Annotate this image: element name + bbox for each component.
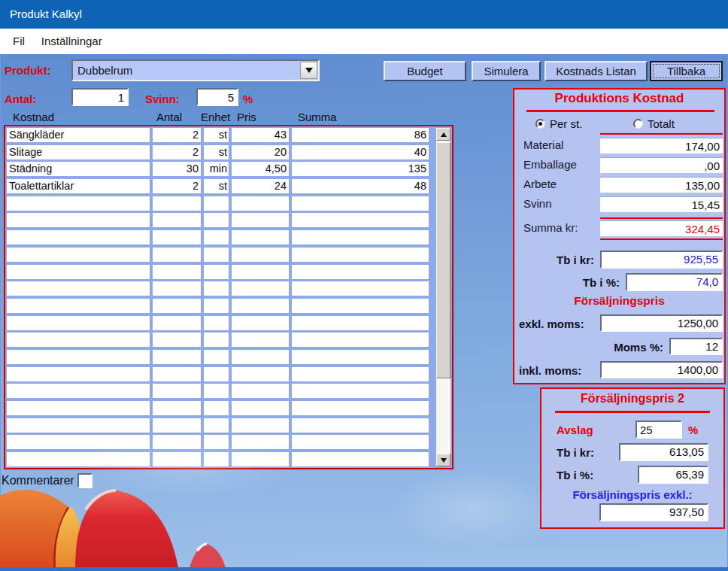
- tillbaka-button[interactable]: Tillbaka: [650, 61, 723, 81]
- table-cell[interactable]: [7, 333, 150, 347]
- table-cell[interactable]: [292, 350, 429, 364]
- table-cell[interactable]: [204, 435, 229, 449]
- table-cell[interactable]: [292, 401, 429, 415]
- table-cell[interactable]: [204, 384, 229, 398]
- table-cell[interactable]: [232, 248, 289, 262]
- table-cell[interactable]: [292, 384, 429, 398]
- table-cell[interactable]: [204, 281, 229, 296]
- scrollbar-thumb[interactable]: [436, 142, 450, 378]
- table-cell[interactable]: [153, 418, 201, 433]
- table-cell[interactable]: [7, 265, 150, 279]
- table-cell[interactable]: [204, 350, 229, 364]
- table-cell[interactable]: [7, 230, 150, 244]
- table-cell[interactable]: [292, 230, 429, 244]
- table-row-empty[interactable]: [7, 435, 435, 449]
- simulera-button[interactable]: Simulera: [472, 61, 541, 81]
- table-cell[interactable]: [232, 418, 289, 433]
- table-row-empty[interactable]: [7, 265, 435, 279]
- table-cell[interactable]: [153, 265, 201, 279]
- table-cell[interactable]: Städning: [7, 162, 150, 176]
- table-cell[interactable]: [232, 401, 289, 415]
- table-cell[interactable]: [204, 230, 229, 244]
- table-cell[interactable]: 4,50: [232, 162, 289, 176]
- table-cell[interactable]: 2: [153, 179, 201, 193]
- table-cell[interactable]: 2: [153, 128, 201, 142]
- table-cell[interactable]: [292, 196, 429, 211]
- table-row-empty[interactable]: [7, 350, 435, 364]
- table-row-empty[interactable]: [7, 248, 435, 262]
- table-row[interactable]: Städning30min4,50135: [7, 162, 435, 176]
- table-cell[interactable]: [292, 333, 429, 347]
- table-cell[interactable]: [232, 350, 289, 364]
- table-cell[interactable]: [153, 367, 201, 381]
- table-cell[interactable]: [232, 299, 289, 313]
- table-cell[interactable]: [7, 401, 150, 415]
- table-cell[interactable]: [204, 316, 229, 330]
- table-cell[interactable]: st: [204, 145, 229, 159]
- table-cell[interactable]: [7, 452, 150, 466]
- table-cell[interactable]: [232, 333, 289, 347]
- antal-input[interactable]: [71, 88, 129, 106]
- table-cell[interactable]: 48: [292, 179, 429, 193]
- excl-moms-field[interactable]: 1250,00: [600, 314, 723, 332]
- table-row[interactable]: Slitage2st2040: [7, 145, 435, 159]
- table-cell[interactable]: [292, 213, 429, 227]
- table-cell[interactable]: [204, 367, 229, 381]
- table-cell[interactable]: [292, 281, 429, 296]
- table-cell[interactable]: [153, 350, 201, 364]
- budget-button[interactable]: Budget: [384, 61, 466, 81]
- table-cell[interactable]: [204, 401, 229, 415]
- table-row[interactable]: Toalettartiklar2st2448: [7, 179, 435, 193]
- table-row-empty[interactable]: [7, 230, 435, 244]
- table-cell[interactable]: [7, 299, 150, 313]
- table-cell[interactable]: [292, 299, 429, 313]
- table-cell[interactable]: 40: [292, 145, 429, 159]
- table-cell[interactable]: 43: [232, 128, 289, 142]
- table-cell[interactable]: Sängkläder: [7, 128, 150, 142]
- table-cell[interactable]: [292, 248, 429, 262]
- table-cell[interactable]: [7, 367, 150, 381]
- table-row-empty[interactable]: [7, 213, 435, 227]
- table-cell[interactable]: 24: [232, 179, 289, 193]
- table-cell[interactable]: [204, 196, 229, 211]
- scroll-down-button[interactable]: [436, 454, 450, 466]
- table-cell[interactable]: [204, 418, 229, 433]
- table-cell[interactable]: [204, 299, 229, 313]
- table-cell[interactable]: [204, 213, 229, 227]
- table-cell[interactable]: [232, 452, 289, 466]
- table-cell[interactable]: [7, 384, 150, 398]
- table-cell[interactable]: st: [204, 128, 229, 142]
- table-row-empty[interactable]: [7, 384, 435, 398]
- table-cell[interactable]: Slitage: [7, 145, 150, 159]
- table-cell[interactable]: [7, 213, 150, 227]
- table-cell[interactable]: [153, 230, 201, 244]
- table-cell[interactable]: [232, 384, 289, 398]
- table-cell[interactable]: [7, 435, 150, 449]
- table-row-empty[interactable]: [7, 316, 435, 330]
- table-row-empty[interactable]: [7, 452, 435, 466]
- table-cell[interactable]: 2: [153, 145, 201, 159]
- table-cell[interactable]: Toalettartiklar: [7, 179, 150, 193]
- table-cell[interactable]: [204, 333, 229, 347]
- table-cell[interactable]: [232, 213, 289, 227]
- sales2-price-field[interactable]: 937,50: [599, 503, 708, 521]
- table-cell[interactable]: [153, 452, 201, 466]
- table-cell[interactable]: [232, 196, 289, 211]
- kostnads-listan-button[interactable]: Kostnads Listan: [544, 61, 648, 81]
- table-cell[interactable]: [153, 213, 201, 227]
- moms-pct-field[interactable]: 12: [669, 338, 723, 355]
- table-cell[interactable]: [7, 196, 150, 211]
- table-cell[interactable]: [232, 230, 289, 244]
- table-cell[interactable]: [153, 248, 201, 262]
- table-cell[interactable]: [7, 248, 150, 262]
- table-cell[interactable]: [232, 316, 289, 330]
- table-row-empty[interactable]: [7, 367, 435, 381]
- svinn-input[interactable]: [196, 88, 238, 106]
- menu-item-inst-llningar[interactable]: Inställningar: [33, 30, 111, 53]
- table-cell[interactable]: [292, 316, 429, 330]
- table-cell[interactable]: [232, 265, 289, 279]
- table-cell[interactable]: st: [204, 179, 229, 193]
- table-cell[interactable]: [153, 401, 201, 415]
- table-cell[interactable]: [153, 333, 201, 347]
- dropdown-arrow-button[interactable]: [300, 62, 317, 79]
